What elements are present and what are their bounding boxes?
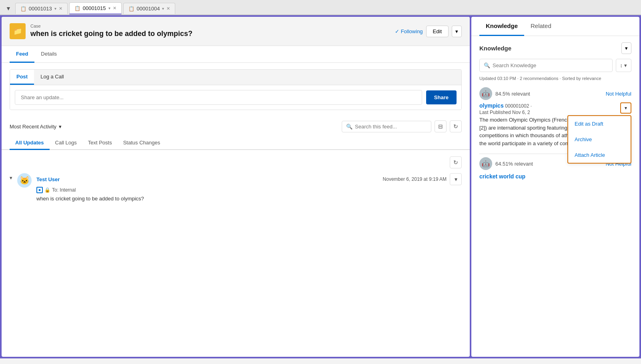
knowledge-meta: Updated 03:10 PM · 2 recommendations · S… [479, 76, 631, 81]
feed-tab-status-changes[interactable]: Status Changes [118, 136, 166, 150]
article-avatar-2: 🤖 [479, 157, 492, 170]
knowledge-header: Knowledge ▾ [479, 42, 631, 54]
share-button[interactable]: Share [426, 90, 457, 104]
post-icons: ■ 🔒 To: Internal [36, 187, 462, 193]
case-header-left: 📁 Case when is cricket going to be added… [10, 23, 192, 39]
activity-right: 🔍 ⊟ ↻ [342, 120, 462, 132]
browser-tab-2[interactable]: 📋 00001015 ▾ ✕ [69, 2, 122, 14]
tab-details[interactable]: Details [34, 46, 63, 63]
article-dropdown-popup: ▾ Edit as Draft Archive Attach Article [620, 102, 631, 114]
knowledge-search: 🔍 [479, 59, 613, 72]
article-relevance-left-2: 🤖 64.51% relevant [479, 157, 533, 170]
post-tab[interactable]: Post [10, 70, 34, 85]
browser-tab-bar: ▼ 📋 00001013 ▾ ✕ 📋 00001015 ▾ ✕ 📋 000010… [0, 0, 641, 15]
sort-chevron: ▾ [624, 62, 627, 68]
post-item: ▾ 🐱 Test User November 6, 2019 at 9:19 A… [10, 173, 462, 202]
article-dropdown-row: olympics 000001002 · Last Published Nov … [479, 102, 631, 147]
knowledge-search-icon: 🔍 [484, 62, 490, 68]
sort-icon: ↕ [620, 62, 623, 68]
relevance-pct-2: 64.51% relevant [495, 161, 533, 167]
post-header: Test User November 6, 2019 at 9:19 AM ▾ [36, 173, 462, 185]
browser-tab-3[interactable]: 📋 00001004 ▾ ✕ [123, 3, 176, 14]
post-text: when is cricket going to be added to oly… [36, 196, 462, 202]
tab-related[interactable]: Related [524, 17, 558, 36]
checkmark-icon: ✓ [395, 28, 399, 34]
post-input-row: Share [10, 85, 461, 110]
post-box-tabs: Post Log a Call [10, 70, 461, 85]
tab-close-3[interactable]: ✕ [166, 6, 170, 11]
case-dropdown-button[interactable]: ▾ [452, 26, 462, 37]
article-link-1[interactable]: olympics [479, 102, 504, 109]
edit-button[interactable]: Edit [426, 26, 449, 37]
main-tabs: Feed Details [2, 46, 470, 63]
article-dropdown-menu: Edit as Draft Archive Attach Article [567, 115, 631, 164]
right-panel: Knowledge Related Knowledge ▾ 🔍 ↕ ▾ Upda… [471, 17, 639, 357]
feed-tab-all-updates[interactable]: All Updates [10, 136, 50, 150]
case-icon-symbol: 📁 [13, 27, 22, 36]
tab-icon-2: 📋 [74, 6, 80, 11]
refresh-button[interactable]: ↻ [450, 120, 462, 132]
case-info: Case when is cricket going to be added t… [30, 24, 192, 38]
case-header-right: ✓ Following Edit ▾ [395, 26, 462, 37]
tab-close-1[interactable]: ✕ [59, 6, 62, 11]
article-avatar-1: 🤖 [479, 87, 492, 100]
tab-icon-3: 📋 [128, 6, 134, 12]
article-id-1: 000001002 · [505, 103, 532, 109]
feed-tabs: All Updates Call Logs Text Posts Status … [2, 136, 470, 150]
attach-article-item[interactable]: Attach Article [568, 147, 631, 163]
search-feed-input[interactable] [355, 124, 427, 130]
article-relevance-left-1: 🤖 84.5% relevant [479, 87, 530, 100]
tab-icon-1: 📋 [20, 6, 26, 12]
post-dropdown-button[interactable]: ▾ [450, 173, 462, 185]
tab-close-2[interactable]: ✕ [113, 6, 116, 11]
post-body: Test User November 6, 2019 at 9:19 AM ▾ … [36, 173, 462, 202]
content-refresh-button[interactable]: ↻ [450, 156, 462, 168]
filter-button[interactable]: ⊟ [435, 120, 447, 132]
tab-label-3: 00001004 [137, 6, 160, 12]
right-tabs: Knowledge Related [471, 17, 639, 36]
tab-chevron-2[interactable]: ▾ [108, 6, 110, 10]
tab-knowledge[interactable]: Knowledge [479, 17, 524, 36]
post-tag-icon: ■ [36, 187, 43, 193]
knowledge-search-input[interactable] [493, 62, 608, 68]
knowledge-panel-title: Knowledge [479, 45, 511, 52]
not-helpful-1[interactable]: Not Helpful [606, 91, 631, 97]
log-call-tab[interactable]: Log a Call [34, 70, 70, 85]
feed-tab-text-posts[interactable]: Text Posts [82, 136, 118, 150]
case-label: Case [30, 24, 192, 28]
post-date: November 6, 2019 at 9:19 AM [383, 176, 447, 182]
knowledge-dropdown-button[interactable]: ▾ [621, 42, 631, 54]
feed-tab-call-logs[interactable]: Call Logs [50, 136, 82, 150]
activity-bar: Most Recent Activity ▾ 🔍 ⊟ ↻ [2, 116, 470, 136]
archive-item[interactable]: Archive [568, 132, 631, 147]
sort-button[interactable]: ↕ ▾ [616, 59, 632, 72]
post-to-label: To: Internal [52, 187, 76, 193]
tab-feed[interactable]: Feed [10, 46, 34, 63]
following-button[interactable]: ✓ Following [395, 28, 423, 34]
tab-label-1: 00001013 [29, 6, 52, 12]
refresh-row: ↻ [10, 156, 462, 168]
app-container: 📁 Case when is cricket going to be added… [0, 15, 641, 358]
feed-area: Feed Details Post Log a Call Share Most … [2, 46, 470, 357]
article-card-1: 🤖 84.5% relevant Not Helpful olympics 00… [479, 87, 631, 147]
browser-tab-1[interactable]: 📋 00001013 ▾ ✕ [15, 3, 68, 14]
share-input[interactable] [15, 90, 422, 105]
article-relevance-row-1: 🤖 84.5% relevant Not Helpful [479, 87, 631, 100]
relevance-pct-1: 84.5% relevant [495, 91, 530, 97]
following-label: Following [401, 28, 423, 34]
tab-chevron-1[interactable]: ▾ [54, 6, 56, 11]
post-lock-icon: 🔒 [44, 187, 50, 193]
edit-as-draft-item[interactable]: Edit as Draft [568, 116, 631, 132]
case-header: 📁 Case when is cricket going to be added… [2, 17, 470, 46]
article-link-2[interactable]: cricket world cup [479, 173, 631, 180]
activity-label: Most Recent Activity [10, 124, 56, 130]
article-dropdown-trigger[interactable]: ▾ [620, 102, 631, 114]
tab-dropdown-button[interactable]: ▼ [3, 4, 14, 13]
knowledge-panel: Knowledge ▾ 🔍 ↕ ▾ Updated 03:10 PM · 2 r… [471, 36, 639, 357]
search-feed: 🔍 [342, 121, 431, 132]
tab-chevron-3[interactable]: ▾ [162, 6, 164, 11]
activity-left: Most Recent Activity ▾ [10, 124, 62, 130]
collapse-icon[interactable]: ▾ [10, 175, 12, 181]
activity-chevron-icon[interactable]: ▾ [59, 124, 62, 130]
post-user: Test User [36, 176, 60, 182]
